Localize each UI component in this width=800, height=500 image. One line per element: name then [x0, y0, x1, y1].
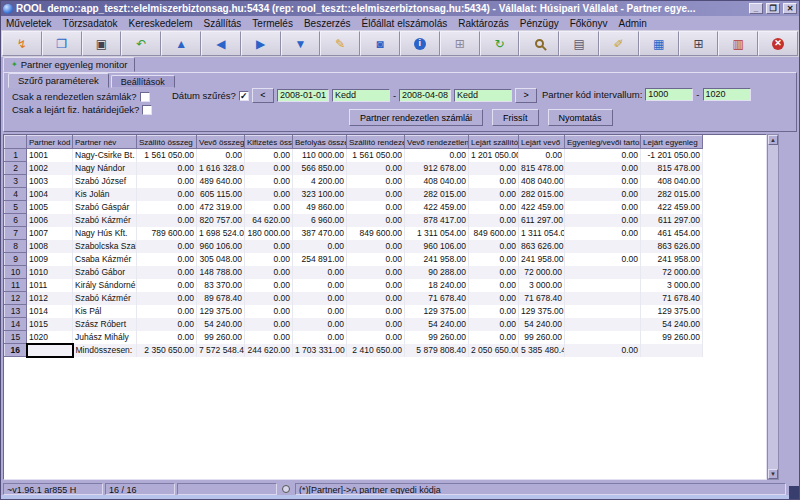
refresh-button[interactable]: ↻	[480, 31, 520, 56]
cell[interactable]	[565, 279, 641, 292]
cell[interactable]: 0.00	[137, 292, 197, 305]
vertical-scrollbar[interactable]: ▲ ▼	[767, 134, 779, 480]
cell[interactable]: 323 100.00	[293, 188, 347, 201]
cell[interactable]: 1 703 331.00	[293, 344, 347, 357]
cell[interactable]: 0.00	[469, 331, 519, 344]
date-from-day-input[interactable]: Kedd	[332, 89, 390, 102]
cell[interactable]: 0.00	[137, 188, 197, 201]
cell[interactable]: 54 240.00	[197, 318, 245, 331]
cell[interactable]: 0.00	[293, 305, 347, 318]
cell[interactable]: 0.00	[565, 253, 641, 266]
cell[interactable]: 0.00	[565, 214, 641, 227]
cell[interactable]: 1 201 050.00	[469, 149, 519, 162]
cell[interactable]: 789 600.00	[137, 227, 197, 240]
cell[interactable]: 0.00	[245, 253, 293, 266]
cell[interactable]: 0.00	[245, 201, 293, 214]
cell[interactable]: 305 048.00	[197, 253, 245, 266]
cell[interactable]: Szabó Kázmér	[73, 292, 137, 305]
save-button[interactable]: ▣	[82, 31, 122, 56]
cell[interactable]: 0.00	[469, 253, 519, 266]
cell[interactable]: 815 478.00	[519, 162, 565, 175]
cell[interactable]: 0.00	[137, 240, 197, 253]
cell[interactable]: 3 000.00	[641, 279, 703, 292]
cell[interactable]: 1020	[27, 331, 73, 344]
cell[interactable]: 4 200.00	[293, 175, 347, 188]
cell[interactable]: 1007	[27, 227, 73, 240]
menu-item-raktarozas[interactable]: Raktározás	[458, 18, 509, 29]
cell[interactable]	[565, 331, 641, 344]
cell[interactable]: 0.00	[347, 201, 405, 214]
cell[interactable]: 0.00	[469, 266, 519, 279]
cell[interactable]: 0.00	[245, 240, 293, 253]
cell[interactable]: 0.00	[245, 279, 293, 292]
column-header-lejart-egyenleg[interactable]: Lejárt egyenleg	[641, 136, 703, 149]
cell[interactable]: 1 698 524.00	[197, 227, 245, 240]
exit-button[interactable]: ✕	[758, 31, 798, 56]
cell[interactable]: 0.00	[565, 344, 641, 357]
cell[interactable]: 0.00	[565, 227, 641, 240]
close-button[interactable]: ✕	[783, 3, 797, 14]
cell[interactable]: 5 385 480.40	[519, 344, 565, 357]
cell[interactable]: 3 000.00	[519, 279, 565, 292]
only-unsettled-checkbox[interactable]	[140, 92, 150, 102]
titlebar[interactable]: ROOL demo::app_teszt::elelmiszerbiztonsa…	[1, 1, 799, 16]
cell[interactable]: 1014	[27, 305, 73, 318]
row-number[interactable]: 1	[5, 149, 27, 162]
column-header-szallito-rendezetlen[interactable]: Szállító rendezetlen	[347, 136, 405, 149]
cell[interactable]: Nagy Nándor	[73, 162, 137, 175]
partner-from-input[interactable]: 1000	[645, 88, 693, 101]
cell[interactable]: 71 678.40	[519, 292, 565, 305]
cell[interactable]: 0.00	[347, 175, 405, 188]
cell[interactable]: 0.00	[565, 149, 641, 162]
cell[interactable]: 0.00	[137, 214, 197, 227]
column-header-vevo-osszeg[interactable]: Vevő összeg	[197, 136, 245, 149]
cell[interactable]: 815 478.00	[641, 162, 703, 175]
restore-button[interactable]: ❐	[766, 3, 780, 14]
cell[interactable]	[565, 318, 641, 331]
cell[interactable]: 0.00	[565, 188, 641, 201]
cell[interactable]: 0.00	[137, 201, 197, 214]
cell[interactable]: 0.00	[469, 240, 519, 253]
cell[interactable]	[565, 266, 641, 279]
print-button[interactable]: Nyomtatás	[548, 109, 613, 126]
column-header-lejart-szallito[interactable]: Lejárt szállító	[469, 136, 519, 149]
undo-button[interactable]: ↶	[121, 31, 161, 56]
status-radio[interactable]	[282, 485, 290, 493]
cell[interactable]: 0.00	[347, 214, 405, 227]
menu-item-eloallat-elszamolas[interactable]: Élőállat elszámolás	[362, 18, 448, 29]
tab-partner-egyenleg-monitor[interactable]: ✦ Partner egyenleg monitor	[3, 57, 135, 72]
cell[interactable]: 0.00	[347, 279, 405, 292]
cell[interactable]: 180 000.00	[245, 227, 293, 240]
only-overdue-checkbox[interactable]	[142, 105, 152, 115]
date-prev-button[interactable]: <	[252, 88, 274, 103]
menu-item-admin[interactable]: Admin	[619, 18, 647, 29]
row-number[interactable]: 15	[5, 331, 27, 344]
cell[interactable]: 0.00	[293, 318, 347, 331]
menu-item-muveletek[interactable]: Műveletek	[6, 18, 52, 29]
column-header-vevo-rendezetlen[interactable]: Vevő rendezetlen	[405, 136, 469, 149]
partner-unsettled-invoices-button[interactable]: Partner rendezetlen számlái	[349, 109, 483, 126]
cell[interactable]: 254 891.00	[293, 253, 347, 266]
cell[interactable]: 0.00	[469, 305, 519, 318]
insert-grid-button[interactable]: ⊞	[679, 31, 719, 56]
info-button[interactable]: i	[400, 31, 440, 56]
cell[interactable]: Király Sándorné	[73, 279, 137, 292]
cell[interactable]: 0.00	[347, 318, 405, 331]
menu-item-beszerzes[interactable]: Beszerzés	[304, 18, 351, 29]
cell[interactable]: 960 106.00	[405, 240, 469, 253]
cell[interactable]: 0.00	[245, 188, 293, 201]
cell[interactable]: 408 040.00	[519, 175, 565, 188]
cell[interactable]: 129 375.00	[405, 305, 469, 318]
cell[interactable]: 2 410 650.00	[347, 344, 405, 357]
edit-button[interactable]: ✎	[320, 31, 360, 56]
cell[interactable]: 1 561 050.00	[137, 149, 197, 162]
column-header-partner-kod[interactable]: Partner kód	[27, 136, 73, 149]
cell[interactable]: 1004	[27, 188, 73, 201]
cell[interactable]: 1015	[27, 318, 73, 331]
cell[interactable]: 0.00	[137, 331, 197, 344]
search-button[interactable]	[519, 31, 559, 56]
date-to-input[interactable]: 2008-04-08	[399, 89, 451, 102]
cell[interactable]: 0.00	[347, 331, 405, 344]
menu-item-torzsadatok[interactable]: Törzsadatok	[63, 18, 118, 29]
cell[interactable]: 54 240.00	[641, 318, 703, 331]
